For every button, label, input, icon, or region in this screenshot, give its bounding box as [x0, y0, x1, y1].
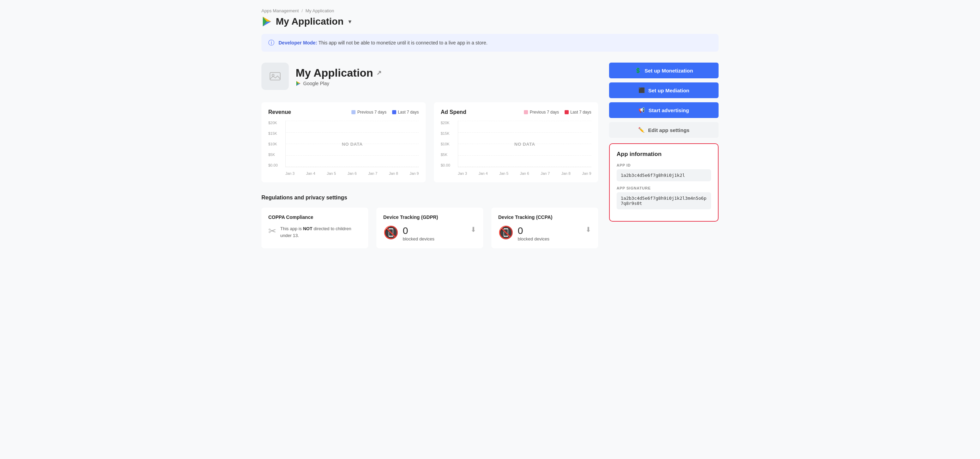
monetization-icon: 💲: [635, 67, 641, 73]
adspend-legend-last: Last 7 days: [565, 110, 591, 114]
developer-mode-label: Developer Mode:: [278, 40, 317, 46]
edit-settings-label: Edit app settings: [648, 127, 689, 133]
left-column: My Application ↗ Google Play: [261, 63, 598, 248]
mediation-icon: ⬛: [638, 87, 645, 94]
gridline-a4: [458, 155, 591, 156]
revenue-y-15k: $15K: [268, 131, 283, 135]
info-icon: ⓘ: [268, 39, 274, 47]
revenue-x-jan8: Jan 8: [389, 172, 398, 175]
ccpa-count: 0: [518, 226, 550, 236]
gridline-5: [286, 167, 419, 167]
developer-mode-text: Developer Mode: This app will not be abl…: [278, 40, 488, 46]
adspend-x-jan7: Jan 7: [541, 172, 550, 175]
revenue-x-jan3: Jan 3: [285, 172, 294, 175]
revenue-no-data: NO DATA: [342, 141, 363, 146]
right-column: 💲 Set up Monetization ⬛ Set up Mediation…: [609, 63, 719, 248]
monetization-label: Set up Monetization: [645, 68, 693, 73]
coppa-card: COPPA Compliance ✂ This app is NOT direc…: [261, 208, 368, 248]
breadcrumb-parent[interactable]: Apps Management: [261, 8, 299, 13]
developer-mode-banner: ⓘ Developer Mode: This app will not be a…: [261, 34, 719, 52]
coppa-icon: ✂: [268, 226, 276, 237]
app-information-title: App information: [617, 151, 711, 158]
breadcrumb-current: My Application: [305, 8, 334, 13]
revenue-legend-last: Last 7 days: [392, 110, 419, 114]
revenue-y-10k: $10K: [268, 142, 283, 146]
app-signature-field: APP SIGNATURE 1a2b3c4d5e6f7g8h9i0j1k2l3m…: [617, 186, 711, 209]
ccpa-title: Device Tracking (CCPA): [498, 214, 591, 220]
adspend-prev-label: Previous 7 days: [530, 110, 559, 114]
coppa-bold: NOT: [303, 226, 312, 231]
ccpa-content: 📵 0 blocked devices ⬇: [498, 226, 591, 241]
revenue-x-jan9: Jan 9: [410, 172, 419, 175]
app-dropdown-button[interactable]: ▾: [348, 18, 352, 25]
regulations-grid: COPPA Compliance ✂ This app is NOT direc…: [261, 208, 598, 248]
google-play-icon: [261, 16, 272, 27]
app-id-field: APP ID 1a2b3c4d5e6f7g8h9i0j1k2l: [617, 163, 711, 181]
adspend-chart-title: Ad Spend: [441, 109, 466, 115]
set-up-monetization-button[interactable]: 💲 Set up Monetization: [609, 63, 719, 78]
revenue-chart-area: $20K $15K $10K $5K $0.00: [268, 121, 419, 175]
gridline-a2: [458, 132, 591, 133]
ccpa-label: blocked devices: [518, 236, 550, 241]
app-info-row: My Application ↗ Google Play: [261, 63, 598, 90]
adspend-legend-prev: Previous 7 days: [524, 110, 559, 114]
revenue-prev-dot: [352, 110, 356, 114]
adspend-x-jan4: Jan 4: [479, 172, 488, 175]
adspend-x-jan9: Jan 9: [582, 172, 591, 175]
revenue-chart-header: Revenue Previous 7 days Last 7 days: [268, 109, 419, 115]
ccpa-download-icon[interactable]: ⬇: [585, 226, 591, 233]
app-signature-value: 1a2b3c4d5e6f7g8h9i0j1k2l3m4n5o6p7q8r9s0t: [617, 192, 711, 209]
breadcrumb-separator: /: [301, 8, 303, 13]
adspend-chart-card: Ad Spend Previous 7 days Last 7 days: [434, 102, 598, 182]
gdpr-download-icon[interactable]: ⬇: [471, 226, 476, 233]
page-title: My Application: [276, 16, 344, 27]
app-id-label: APP ID: [617, 163, 711, 167]
adspend-y-10k: $10K: [441, 142, 456, 146]
app-id-value: 1a2b3c4d5e6f7g8h9i0j1k2l: [617, 169, 711, 181]
app-name-section: My Application ↗ Google Play: [296, 67, 382, 86]
app-signature-label: APP SIGNATURE: [617, 186, 711, 190]
revenue-y-0: $0.00: [268, 163, 283, 167]
adspend-y-axis: $20K $15K $10K $5K $0.00: [441, 121, 456, 167]
gridline-2: [286, 132, 419, 133]
gdpr-title: Device Tracking (GDPR): [383, 214, 476, 220]
external-link-icon[interactable]: ↗: [376, 69, 382, 76]
adspend-chart-header: Ad Spend Previous 7 days Last 7 days: [441, 109, 591, 115]
adspend-x-jan8: Jan 8: [562, 172, 571, 175]
adspend-last-dot: [565, 110, 569, 114]
revenue-x-jan4: Jan 4: [306, 172, 315, 175]
edit-app-settings-button[interactable]: ✏️ Edit app settings: [609, 122, 719, 138]
revenue-y-20k: $20K: [268, 121, 283, 125]
revenue-chart-plot: NO DATA: [285, 121, 419, 167]
adspend-y-15k: $15K: [441, 131, 456, 135]
adspend-chart-legend: Previous 7 days Last 7 days: [524, 110, 591, 114]
main-content: My Application ↗ Google Play: [261, 63, 719, 248]
advertising-label: Start advertising: [648, 107, 689, 113]
mediation-label: Set up Mediation: [648, 87, 689, 94]
gdpr-card: Device Tracking (GDPR) 📵 0 blocked devic…: [376, 208, 483, 248]
start-advertising-button[interactable]: 📢 Start advertising: [609, 102, 719, 118]
gridline-1: [286, 121, 419, 121]
regulations-section-title: Regulations and privacy settings: [261, 195, 598, 201]
developer-mode-message: This app will not be able to monetize un…: [318, 40, 487, 46]
set-up-mediation-button[interactable]: ⬛ Set up Mediation: [609, 83, 719, 98]
svg-rect-4: [270, 73, 280, 80]
revenue-x-axis: Jan 3 Jan 4 Jan 5 Jan 6 Jan 7 Jan 8 Jan …: [285, 172, 419, 175]
app-platform: Google Play: [296, 81, 382, 86]
revenue-x-jan6: Jan 6: [348, 172, 357, 175]
charts-row: Revenue Previous 7 days Last 7 days: [261, 102, 598, 182]
google-play-small-icon: [296, 81, 301, 86]
breadcrumb: Apps Management / My Application: [261, 8, 719, 13]
revenue-chart-card: Revenue Previous 7 days Last 7 days: [261, 102, 426, 182]
edit-settings-icon: ✏️: [638, 127, 645, 133]
device-gdpr-icon: 📵: [383, 226, 399, 240]
app-information-card: App information APP ID 1a2b3c4d5e6f7g8h9…: [609, 143, 719, 222]
coppa-text: This app is NOT directed to children und…: [280, 226, 361, 239]
image-placeholder-icon: [269, 70, 281, 83]
app-display-name: My Application: [296, 67, 373, 79]
revenue-y-axis: $20K $15K $10K $5K $0.00: [268, 121, 283, 167]
adspend-chart-area: $20K $15K $10K $5K $0.00: [441, 121, 591, 175]
coppa-title: COPPA Compliance: [268, 214, 361, 220]
device-ccpa-icon: 📵: [498, 226, 514, 240]
ccpa-count-row: 0 blocked devices: [518, 226, 550, 241]
